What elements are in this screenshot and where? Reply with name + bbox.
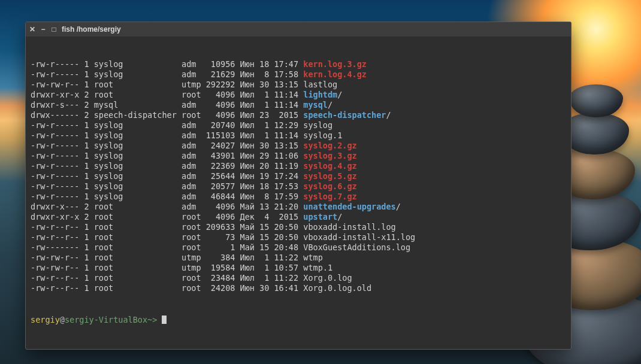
file-name: unattended-upgrades — [303, 202, 395, 211]
minimize-icon[interactable]: − — [40, 26, 46, 32]
table-row: -rw-r----- 1 syslog adm 10956 Июн 18 17:… — [31, 59, 566, 69]
file-name: kern.log.4.gz — [303, 69, 367, 79]
table-row: -rw-r----- 1 syslog adm 46844 Июн 8 17:5… — [31, 192, 566, 202]
table-row: -rw-r----- 1 syslog adm 115103 Июл 1 11:… — [31, 131, 566, 141]
file-name: vboxadd-install-x11.log — [303, 232, 415, 242]
table-row: -rw-r--r-- 1 root root 23484 Июл 1 11:22… — [31, 273, 566, 283]
table-row: -rw-rw-r-- 1 root utmp 292292 Июн 30 13:… — [31, 80, 566, 90]
close-icon[interactable]: ✕ — [29, 26, 35, 32]
table-row: -rw-r----- 1 syslog adm 25644 Июн 19 17:… — [31, 171, 566, 181]
file-name: syslog.6.gz — [303, 181, 356, 191]
desktop-wallpaper: ✕ − □ fish /home/sergiy -rw-r----- 1 sys… — [0, 0, 641, 364]
maximize-icon[interactable]: □ — [51, 26, 57, 32]
table-row: -rw-r----- 1 syslog adm 20577 Июн 18 17:… — [31, 181, 566, 192]
prompt-host: sergiy-VirtualBox — [65, 315, 147, 324]
file-name: syslog.3.gz — [303, 151, 356, 160]
file-name: syslog.1 — [303, 131, 342, 140]
file-name: syslog.7.gz — [303, 192, 356, 201]
table-row: -rw-rw-r-- 1 root utmp 384 Июл 1 11:22 w… — [31, 253, 566, 263]
terminal-window[interactable]: ✕ − □ fish /home/sergiy -rw-r----- 1 sys… — [25, 22, 572, 350]
table-row: -rw-r--r-- 1 root root 73 Май 15 20:50 v… — [31, 232, 566, 242]
table-row: -rw-r--r-- 1 root root 209633 Май 15 20:… — [31, 222, 566, 232]
table-row: drwxr-xr-x 2 root root 4096 Дек 4 2015 u… — [31, 212, 566, 222]
file-name: lightdm — [303, 90, 337, 99]
cursor — [162, 316, 167, 324]
file-name: VBoxGuestAdditions.log — [303, 242, 410, 252]
prompt-at: @ — [60, 315, 65, 324]
file-name: lastlog — [303, 80, 337, 89]
table-row: -rw-r----- 1 syslog adm 20740 Июл 1 12:2… — [31, 120, 566, 131]
table-row: -rw-rw-r-- 1 root utmp 19584 Июл 1 10:57… — [31, 263, 566, 273]
table-row: -rw-r----- 1 syslog adm 22369 Июн 20 11:… — [31, 161, 566, 171]
file-name: wtmp.1 — [303, 263, 332, 272]
file-name: syslog.2.gz — [303, 141, 356, 150]
table-row: drwxr-s--- 2 mysql adm 4096 Июл 1 11:14 … — [31, 100, 566, 110]
table-row: -rw-r----- 1 syslog adm 24027 Июн 30 13:… — [31, 141, 566, 151]
table-row: -rw-r----- 1 syslog adm 43901 Июн 29 11:… — [31, 151, 566, 161]
terminal-body[interactable]: -rw-r----- 1 syslog adm 10956 Июн 18 17:… — [26, 37, 571, 349]
prompt-user: sergiy — [31, 315, 60, 324]
file-name: syslog.5.gz — [303, 171, 356, 181]
file-name: wtmp — [303, 253, 323, 262]
file-name: vboxadd-install.log — [303, 222, 395, 232]
file-name: syslog — [303, 120, 332, 130]
table-row: -rw-r--r-- 1 root root 24208 Июн 30 16:4… — [31, 283, 566, 293]
shell-prompt[interactable]: sergiy@sergiy-VirtualBox~> — [31, 315, 566, 325]
table-row: drwxr-xr-x 2 root root 4096 Июл 1 11:14 … — [31, 90, 566, 100]
table-row: -rw-r----- 1 syslog adm 21629 Июн 8 17:5… — [31, 69, 566, 80]
table-row: drwxr-x--- 2 root adm 4096 Май 13 21:20 … — [31, 202, 566, 212]
file-name: Xorg.0.log.old — [303, 283, 371, 293]
file-name: kern.log.3.gz — [303, 59, 367, 69]
file-name: upstart — [303, 212, 337, 222]
table-row: -rw------- 1 root root 1 Май 15 20:48 VB… — [31, 242, 566, 253]
file-name: speech-dispatcher — [303, 110, 386, 120]
file-name: Xorg.0.log — [303, 273, 352, 283]
prompt-arrow: ~> — [147, 315, 162, 324]
titlebar[interactable]: ✕ − □ fish /home/sergiy — [26, 22, 571, 37]
file-name: syslog.4.gz — [303, 161, 356, 171]
window-title: fish /home/sergiy — [62, 25, 121, 34]
file-name: mysql — [303, 100, 328, 110]
file-listing: -rw-r----- 1 syslog adm 10956 Июн 18 17:… — [31, 59, 566, 293]
table-row: drwx------ 2 speech-dispatcher root 4096… — [31, 110, 566, 120]
